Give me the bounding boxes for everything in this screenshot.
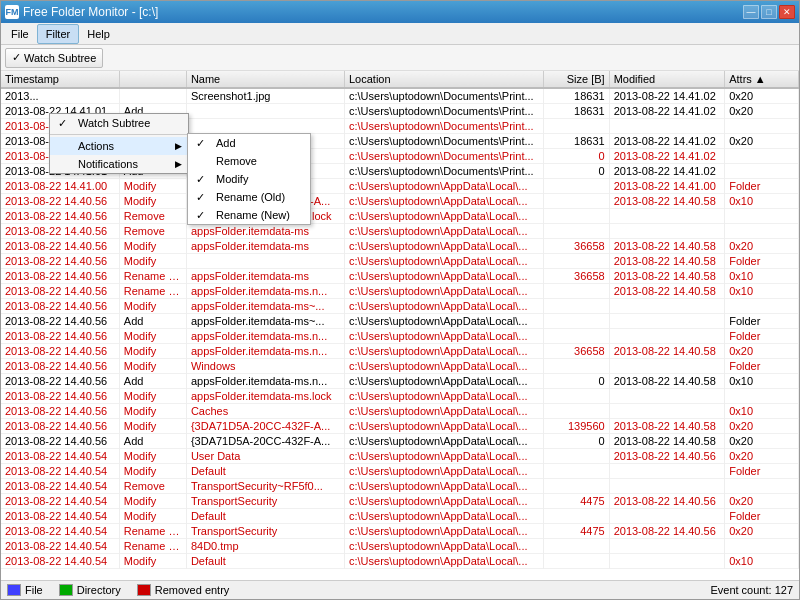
col-header-name[interactable]: Name <box>186 71 344 88</box>
cell-location: c:\Users\uptodown\AppData\Local\... <box>345 194 544 209</box>
cell-location: c:\Users\uptodown\AppData\Local\... <box>345 329 544 344</box>
cell-attrs: Folder <box>725 329 799 344</box>
cell-size <box>543 299 609 314</box>
table-row[interactable]: 2013-08-22 14.40.56 Modify Caches c:\Use… <box>1 404 799 419</box>
cell-time: 2013-08-22 14.40.56 <box>1 374 119 389</box>
cell-location: c:\Users\uptodown\AppData\Local\... <box>345 389 544 404</box>
cell-action: Modify <box>119 419 186 434</box>
table-row[interactable]: 2013-08-22 14.40.56 Rename (New) appsFol… <box>1 269 799 284</box>
cell-modified <box>609 509 725 524</box>
cell-modified: 2013-08-22 14.40.58 <box>609 374 725 389</box>
event-count: Event count: 127 <box>710 584 793 596</box>
menu-help[interactable]: Help <box>79 24 118 44</box>
table-row[interactable]: 2013-08-22 14.41.01 Remove c:\Users\upto… <box>1 119 799 134</box>
cell-name: 84D0.tmp <box>186 539 344 554</box>
table-row[interactable]: 2013-08-22 14.40.56 Add {3DA71D5A-20CC-4… <box>1 434 799 449</box>
col-header-location[interactable]: Location <box>345 71 544 88</box>
col-header-attrs[interactable]: Attrs ▲ <box>725 71 799 88</box>
cell-size: 0 <box>543 164 609 179</box>
col-header-modified[interactable]: Modified <box>609 71 725 88</box>
table-row[interactable]: 2013-08-22 14.41.01 Add c:\Users\uptodow… <box>1 104 799 119</box>
cell-action: Add <box>119 104 186 119</box>
title-buttons: — □ ✕ <box>743 5 795 19</box>
cell-name: {3DA71D5A-20CC-432F-A... <box>186 434 344 449</box>
table-row[interactable]: 2013-08-22 14.40.56 Modify appsFolder.it… <box>1 239 799 254</box>
window-title: Free Folder Monitor - [c:\] <box>23 5 158 19</box>
cell-size: 0 <box>543 374 609 389</box>
table-row[interactable]: 2013-08-22 14.41.01 Add c:\Users\uptodow… <box>1 134 799 149</box>
cell-action: Add <box>119 314 186 329</box>
maximize-button[interactable]: □ <box>761 5 777 19</box>
table-row[interactable]: 2013-08-22 14.40.56 Add appsFolder.itemd… <box>1 374 799 389</box>
cell-time: 2013-08-22 14.40.54 <box>1 524 119 539</box>
table-row[interactable]: 2013-08-22 14.40.56 Modify appsFolder.it… <box>1 329 799 344</box>
table-row[interactable]: 2013-08-22 14.41.00 Modify Windows c:\Us… <box>1 179 799 194</box>
cell-location: c:\Users\uptodown\Documents\Print... <box>345 88 544 104</box>
cell-location: c:\Users\uptodown\AppData\Local\... <box>345 464 544 479</box>
close-button[interactable]: ✕ <box>779 5 795 19</box>
cell-attrs <box>725 224 799 239</box>
cell-size <box>543 194 609 209</box>
watch-subtree-button[interactable]: ✓ Watch Subtree <box>5 48 103 68</box>
table-row[interactable]: 2013-08-22 14.40.54 Modify Default c:\Us… <box>1 554 799 569</box>
menu-file[interactable]: File <box>3 24 37 44</box>
table-row[interactable]: 2013-08-22 14.40.56 Add appsFolder.itemd… <box>1 314 799 329</box>
table-row[interactable]: 2013-08-22 14.40.56 Modify appsFolder.it… <box>1 389 799 404</box>
cell-size <box>543 554 609 569</box>
cell-action: Add <box>119 164 186 179</box>
cell-location: c:\Users\uptodown\AppData\Local\... <box>345 524 544 539</box>
table-row[interactable]: 2013-08-22 14.40.56 Modify {3DA71D5A-20C… <box>1 419 799 434</box>
app-icon: FM <box>5 5 19 19</box>
cell-time: 2013-08-22 14.40.56 <box>1 389 119 404</box>
col-header-action[interactable] <box>119 71 186 88</box>
table-row[interactable]: 2013-08-22 14.41.01 Add c:\Users\uptodow… <box>1 164 799 179</box>
table-row[interactable]: 2013-08-22 14.40.56 Modify {3DA71D5A-20C… <box>1 194 799 209</box>
cell-location: c:\Users\uptodown\AppData\Local\... <box>345 554 544 569</box>
table-row[interactable]: 2013-08-22 14.40.54 Rename (New) Transpo… <box>1 524 799 539</box>
table-row[interactable]: 2013-08-22 14.40.56 Modify appsFolder.it… <box>1 299 799 314</box>
cell-location: c:\Users\uptodown\Documents\Print... <box>345 164 544 179</box>
cell-name: appsFolder.itemdata-ms.lock <box>186 389 344 404</box>
table-row[interactable]: 2013-08-22 14.40.56 Modify Windows c:\Us… <box>1 359 799 374</box>
cell-modified <box>609 314 725 329</box>
cell-modified: 2013-08-22 14.40.58 <box>609 419 725 434</box>
cell-location: c:\Users\uptodown\Documents\Print... <box>345 104 544 119</box>
table-row[interactable]: 2013... Screenshot1.jpg c:\Users\uptodow… <box>1 88 799 104</box>
table-row[interactable]: 2013-08-22 14.40.54 Modify Default c:\Us… <box>1 464 799 479</box>
cell-action: Add <box>119 374 186 389</box>
col-header-timestamp[interactable]: Timestamp <box>1 71 119 88</box>
cell-time: 2013-08-22 14.40.56 <box>1 404 119 419</box>
table-row[interactable]: 2013-08-22 14.40.56 Rename (Old) appsFol… <box>1 284 799 299</box>
cell-time: 2013-08-22 14.40.56 <box>1 434 119 449</box>
menu-filter[interactable]: Filter <box>37 24 79 44</box>
cell-time: 2013-08-22 14.41.01 <box>1 149 119 164</box>
cell-modified: 2013-08-22 14.41.00 <box>609 179 725 194</box>
table-container[interactable]: Timestamp Name Location Size [B] Modifie… <box>1 71 799 580</box>
table-row[interactable]: 2013-08-22 14.40.54 Remove TransportSecu… <box>1 479 799 494</box>
cell-modified <box>609 224 725 239</box>
cell-time: 2013-08-22 14.40.56 <box>1 359 119 374</box>
cell-size: 18631 <box>543 88 609 104</box>
cell-attrs: 0x20 <box>725 524 799 539</box>
table-row[interactable]: 2013-08-22 14.40.54 Modify Default c:\Us… <box>1 509 799 524</box>
cell-name: Default <box>186 464 344 479</box>
table-row[interactable]: 2013-08-22 14.40.54 Modify User Data c:\… <box>1 449 799 464</box>
table-row[interactable]: 2013-08-22 14.40.54 Rename (Old) 84D0.tm… <box>1 539 799 554</box>
table-row[interactable]: 2013-08-22 14.41.01 Modify c:\Users\upto… <box>1 149 799 164</box>
legend-file: File <box>7 584 43 596</box>
cell-modified <box>609 479 725 494</box>
cell-attrs <box>725 164 799 179</box>
col-header-size[interactable]: Size [B] <box>543 71 609 88</box>
minimize-button[interactable]: — <box>743 5 759 19</box>
table-row[interactable]: 2013-08-22 14.40.56 Modify c:\Users\upto… <box>1 254 799 269</box>
cell-location: c:\Users\uptodown\AppData\Local\... <box>345 179 544 194</box>
cell-time: 2013-08-22 14.40.56 <box>1 329 119 344</box>
table-row[interactable]: 2013-08-22 14.40.56 Remove appsFolder.it… <box>1 224 799 239</box>
table-row[interactable]: 2013-08-22 14.40.56 Remove appsFolder.it… <box>1 209 799 224</box>
cell-modified: 2013-08-22 14.40.58 <box>609 239 725 254</box>
cell-name <box>186 164 344 179</box>
table-row[interactable]: 2013-08-22 14.40.54 Modify TransportSecu… <box>1 494 799 509</box>
table-row[interactable]: 2013-08-22 14.40.56 Modify appsFolder.it… <box>1 344 799 359</box>
cell-modified: 2013-08-22 14.40.56 <box>609 494 725 509</box>
cell-name: Default <box>186 509 344 524</box>
